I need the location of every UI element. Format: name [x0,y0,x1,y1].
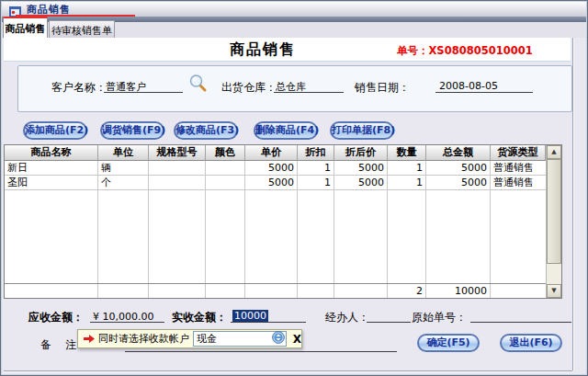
payment-account-popup: 同时请选择收款帐户 现金 X [77,329,302,348]
cell-unit-price: 5000 [245,176,298,189]
order-number: 单号：XS080805010001 [397,44,533,58]
print-receipt-button[interactable]: 打印单据(F8) [330,121,394,140]
cell-discounted-price: 5000 [334,161,388,175]
cell-spec [149,176,206,189]
cell-total-amount: 5000 [426,161,491,175]
cell-unit: 辆 [98,161,149,175]
remark-underline[interactable] [125,351,397,352]
dropdown-spinner-icon[interactable] [272,331,285,347]
customer-name-label: 客户名称： [51,80,107,96]
popup-close-button[interactable]: X [293,333,301,346]
window: 商品销售 商品销售 待审核销售单 商品销售 单号：XS080805010001 … [0,0,588,376]
cell-spec [149,161,206,175]
scroll-up-icon[interactable]: ▲ [547,145,561,159]
sale-date-value[interactable]: 2008-08-05 [439,80,498,92]
order-number-value: XS080805010001 [429,44,533,57]
cell-source-type: 普通销售 [491,161,546,175]
customer-name-value[interactable]: 普通客户 [106,80,146,94]
payment-prompt-text: 同时请选择收款帐户 [98,332,189,346]
cell-color [206,161,245,175]
col-header-source-type[interactable]: 货源类型 [491,145,546,161]
page-title: 商品销售 [230,40,296,60]
summary-total: 10000 [426,284,491,298]
operator-label: 经办人： [325,310,369,325]
cell-discounted-price: 5000 [334,176,388,189]
grid-header-row: 商品名称 单位 规格型号 颜色 单价 折扣 折后价 数量 总金额 货源类型 [5,145,546,161]
original-order-label: 原始单号： [412,310,467,325]
grid-summary-row: 2 10000 [5,283,546,298]
cell-discount: 1 [298,176,334,189]
cell-total-amount: 5000 [426,176,491,189]
confirm-button[interactable]: 确定(F5) [417,334,480,352]
table-row[interactable]: 新日 辆 5000 1 5000 1 5000 普通销售 [5,161,546,176]
vertical-scrollbar[interactable]: ▲ ▼ [546,145,561,298]
modify-product-button[interactable]: 修改商品(F3) [174,121,238,140]
search-icon[interactable] [188,74,208,97]
col-header-discount[interactable]: 折扣 [298,145,334,161]
cell-unit-price: 5000 [245,161,298,175]
scrollbar-thumb[interactable] [547,159,561,264]
col-header-quantity[interactable]: 数量 [388,145,426,161]
window-icon [9,4,21,15]
sale-date-underline [435,92,533,93]
receivable-amount-label: 应收金额： [28,310,84,325]
col-header-total-amount[interactable]: 总金额 [426,145,491,161]
transfer-sale-button[interactable]: 调货销售(F9) [100,121,164,140]
red-arrow-icon [84,330,95,348]
bottom-bevel [4,370,572,372]
cell-quantity: 1 [388,176,426,189]
grid-empty-area [5,190,546,283]
order-number-label: 单号： [397,44,429,57]
scroll-down-icon[interactable]: ▼ [547,284,561,298]
receivable-amount-value: ¥ 10,000.00 [93,311,153,323]
table-row[interactable]: 圣阳 个 5000 1 5000 1 5000 普通销售 [5,176,546,190]
tab-pending-sales-orders[interactable]: 待审核销售单 [49,20,115,38]
warehouse-value[interactable]: 总仓库 [276,80,306,94]
received-underline [231,322,306,323]
received-amount-input[interactable]: 10000 [232,310,268,322]
cell-unit: 个 [98,176,149,189]
cell-color [206,176,245,189]
payment-account-value: 现金 [197,332,217,346]
cell-source-type: 普通销售 [491,176,546,189]
cell-product-name: 圣阳 [5,176,98,189]
operator-underline[interactable] [367,322,411,323]
exit-button[interactable]: 退出(F6) [500,334,562,352]
warehouse-label: 出货仓库： [221,80,277,96]
tab-product-sales[interactable]: 商品销售 [3,17,48,38]
delete-product-button[interactable]: 删除商品(F4) [254,121,318,140]
col-header-spec[interactable]: 规格型号 [149,145,206,161]
cell-quantity: 1 [388,161,426,175]
sales-items-grid: 商品名称 单位 规格型号 颜色 单价 折扣 折后价 数量 总金额 货源类型 新日… [4,144,562,299]
cell-product-name: 新日 [5,161,98,175]
right-bevel [572,38,574,370]
col-header-unit[interactable]: 单位 [98,145,149,161]
original-order-underline[interactable] [470,322,571,323]
add-product-button[interactable]: 添加商品(F2) [23,121,87,140]
received-amount-label: 实收金额： [172,310,227,325]
sale-date-label: 销售日期： [355,80,410,96]
col-header-unit-price[interactable]: 单价 [245,145,298,161]
col-header-color[interactable]: 颜色 [206,145,245,161]
payment-account-dropdown[interactable]: 现金 [193,331,287,347]
col-header-discounted-price[interactable]: 折后价 [334,145,388,161]
col-header-product-name[interactable]: 商品名称 [5,145,98,161]
grid-body: 商品名称 单位 规格型号 颜色 单价 折扣 折后价 数量 总金额 货源类型 新日… [5,145,546,298]
cell-discount: 1 [298,161,334,175]
summary-quantity: 2 [388,284,426,298]
header-band: 商品销售 单号：XS080805010001 [4,38,571,62]
